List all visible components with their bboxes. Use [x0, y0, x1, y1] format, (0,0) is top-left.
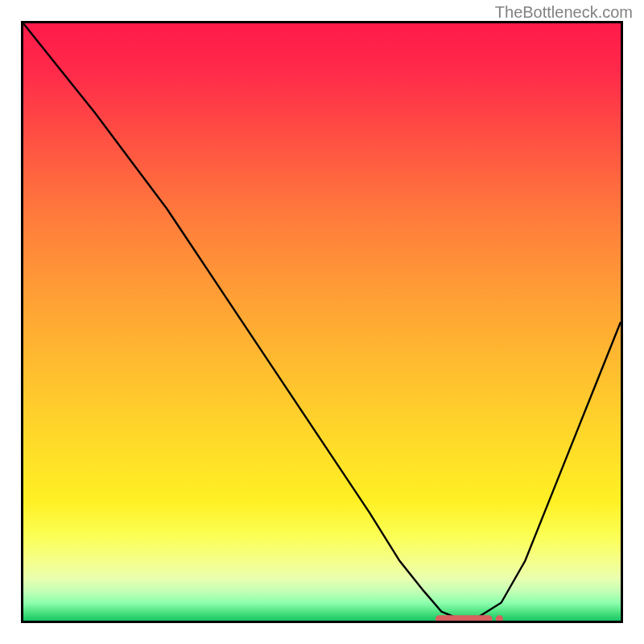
chart-container: TheBottleneck.com — [0, 0, 644, 644]
svg-point-1 — [496, 615, 503, 621]
watermark-text: TheBottleneck.com — [495, 3, 633, 22]
optimal-marker — [436, 615, 503, 621]
svg-rect-0 — [436, 615, 492, 621]
plot-area — [21, 21, 623, 623]
marker-layer — [23, 23, 621, 621]
